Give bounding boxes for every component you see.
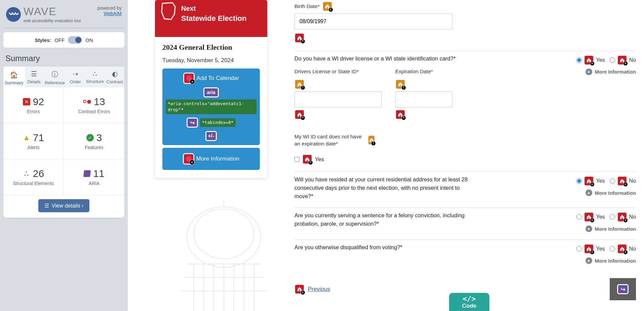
wave-error-icon[interactable]	[584, 55, 594, 65]
tabindex-icon[interactable]: ↪	[187, 118, 198, 128]
continue-button[interactable]: ↪	[610, 278, 636, 300]
wave-error-icon[interactable]	[617, 55, 627, 65]
disq-question-section: Are you otherwise disqualified from voti…	[294, 239, 636, 271]
tab-summary[interactable]: 🏠Summary	[3, 66, 25, 87]
noexp-checkbox[interactable]	[294, 157, 299, 162]
svg-point-0	[187, 207, 261, 267]
disq-no-radio[interactable]	[610, 246, 615, 252]
add-calendar-link[interactable]: Add To Calendar	[197, 75, 239, 82]
birthdate-input[interactable]	[294, 13, 452, 30]
wave-alert-icon[interactable]	[294, 79, 305, 89]
wave-logo-icon	[6, 7, 21, 22]
wave-error-icon[interactable]	[395, 109, 405, 120]
tab-reference[interactable]: ⓘReference	[43, 66, 66, 87]
stats-grid: ✕92 Errors 13 Contrast Errors ▲71 Alerts…	[3, 87, 124, 195]
election-date: Tuesday, November 5, 2024	[162, 57, 260, 64]
code-tab[interactable]: </> Code	[449, 293, 489, 311]
stat-structural[interactable]: ⛬26 Structural Elements	[3, 159, 64, 195]
wave-error-icon[interactable]	[302, 154, 312, 164]
disq-question: Are you otherwise disqualified from voti…	[294, 243, 473, 264]
plusminus-icon[interactable]: +/-	[205, 131, 217, 141]
disq-yes-radio[interactable]	[576, 246, 582, 252]
contrast-icon: ◐	[107, 70, 123, 78]
dl-no-radio[interactable]	[610, 57, 615, 63]
stat-errors[interactable]: ✕92 Errors	[3, 87, 64, 123]
wave-error-icon[interactable]	[294, 284, 305, 294]
webaim-link[interactable]: WebAIM	[104, 11, 122, 16]
wave-alert-icon[interactable]	[395, 79, 405, 89]
tab-structure[interactable]: ⛬Structure	[85, 66, 105, 87]
stat-features[interactable]: ✓3 Features	[64, 123, 124, 159]
more-info-button[interactable]: +More Information	[586, 225, 636, 232]
noexp-label: My WI ID card does not have an expiratio…	[294, 133, 375, 147]
plus-icon: +	[586, 189, 592, 196]
wave-error-icon[interactable]	[183, 153, 194, 165]
wave-alert-icon[interactable]	[322, 1, 332, 11]
birthdate-section: Birth Date*	[294, 1, 636, 51]
dl-yes-radio[interactable]	[576, 57, 582, 63]
stat-contrast[interactable]: 13 Contrast Errors	[64, 87, 124, 123]
reside-question: Will you have resided at your current re…	[294, 175, 473, 200]
reside-yes-radio[interactable]	[576, 178, 582, 184]
more-info-link[interactable]: More Information	[196, 156, 240, 162]
wave-error-icon[interactable]	[294, 109, 305, 120]
dl-question-section: Do you have a WI driver license or a WI …	[294, 51, 636, 172]
stat-alerts[interactable]: ▲71 Alerts	[3, 123, 64, 159]
summary-panel: 🏠Summary ☰Details ⓘReference ⇢Order ⛬Str…	[3, 66, 124, 218]
contrast-error-icon	[83, 100, 91, 104]
styles-toggle-card: Styles: OFF ON	[3, 32, 124, 48]
structure-icon: ⛬	[86, 70, 104, 78]
more-info-button[interactable]: +More Information	[586, 257, 636, 264]
tab-contrast[interactable]: ◐Contrast	[105, 66, 124, 87]
wave-error-icon[interactable]	[617, 244, 627, 254]
wave-error-icon[interactable]	[294, 33, 305, 43]
previous-link[interactable]: Previous	[294, 284, 330, 294]
next-label: Next	[181, 5, 263, 12]
summary-heading: Summary	[3, 52, 124, 66]
felony-yes-radio[interactable]	[576, 214, 582, 220]
dl-question: Do you have a WI driver license or a WI …	[294, 54, 473, 63]
code-icon: </>	[462, 295, 476, 303]
view-details-button[interactable]: ☰View details ›	[38, 199, 90, 212]
wave-error-icon[interactable]	[584, 244, 594, 254]
wave-tagline: web accessibility evaluation tool	[24, 18, 81, 23]
expiration-input[interactable]	[395, 91, 452, 107]
styles-toggle[interactable]	[68, 36, 82, 44]
add-calendar-panel: Add To Calendar aria *aria-controls="add…	[162, 69, 260, 145]
reside-no-radio[interactable]	[610, 178, 615, 184]
felony-no-radio[interactable]	[610, 214, 615, 220]
sidebar-tabs: 🏠Summary ☰Details ⓘReference ⇢Order ⛬Str…	[3, 66, 124, 87]
aria-controls-chip[interactable]: *aria-controls="addeventatc1-drop"*	[166, 99, 256, 114]
aria-badge[interactable]: aria	[203, 87, 219, 97]
tabindex-chip[interactable]: *tabindex=0*	[200, 118, 236, 127]
wave-alert-icon[interactable]	[368, 135, 375, 145]
felony-question-section: Are you currently serving a sentence for…	[294, 208, 636, 239]
more-info-panel: More Information	[162, 148, 260, 170]
plus-icon: +	[586, 257, 592, 264]
svg-point-1	[194, 209, 254, 259]
stat-aria[interactable]: 11 ARIA	[64, 159, 124, 195]
order-icon: ⇢	[68, 70, 83, 78]
more-info-button[interactable]: +More Information	[586, 69, 636, 75]
capitol-illustration	[153, 197, 294, 311]
tab-order[interactable]: ⇢Order	[66, 66, 85, 87]
more-info-button[interactable]: +More Information	[586, 189, 636, 196]
dl-license-input[interactable]	[294, 91, 382, 107]
structural-icon: ⛬	[23, 169, 30, 178]
powered-by: powered by WebAIM	[97, 5, 122, 16]
aria-icon	[83, 170, 91, 177]
wave-error-icon[interactable]	[584, 176, 594, 186]
wave-error-icon[interactable]	[617, 212, 627, 222]
expiration-label: Expiration Date*	[395, 68, 452, 75]
wave-error-icon[interactable]	[584, 212, 594, 222]
list-icon: ☰	[26, 70, 42, 78]
form-column: Birth Date* Do you have a WI driver lice…	[294, 0, 644, 311]
statewide-label: Statewide Election	[181, 14, 263, 23]
wisconsin-icon	[160, 2, 176, 21]
wave-error-icon[interactable]	[183, 73, 195, 84]
alert-icon: ▲	[23, 133, 30, 142]
wave-sidebar: WAVE web accessibility evaluation tool p…	[0, 0, 128, 311]
plus-icon: +	[586, 225, 592, 232]
tab-details[interactable]: ☰Details	[25, 66, 43, 87]
wave-error-icon[interactable]	[617, 176, 627, 186]
